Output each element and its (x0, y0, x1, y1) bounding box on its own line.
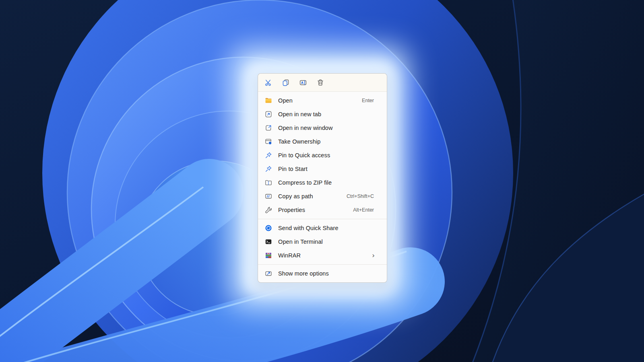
pin-icon (264, 165, 272, 173)
menu-item-label: Show more options (278, 270, 329, 277)
rename-button[interactable] (296, 76, 310, 89)
menu-item-shortcut: Ctrl+Shift+C (347, 193, 380, 199)
menu-group-primary: Open Enter Open in new tab (258, 92, 387, 219)
menu-item-label: WinRAR (278, 252, 301, 259)
trash-icon (316, 78, 324, 86)
menu-item-label: Copy as path (278, 193, 313, 200)
menu-item-send-with-quick-share[interactable]: Send with Quick Share (258, 221, 387, 235)
menu-item-properties[interactable]: Properties Alt+Enter (258, 203, 387, 217)
menu-group-apps: Send with Quick Share Open in Terminal (258, 219, 387, 264)
copy-icon (282, 78, 290, 86)
menu-item-show-more-options[interactable]: Show more options (258, 267, 387, 280)
menu-item-take-ownership[interactable]: Take Ownership (258, 135, 387, 148)
cut-button[interactable] (262, 76, 275, 89)
terminal-icon (264, 238, 272, 246)
copy-button[interactable] (279, 76, 293, 89)
menu-item-label: Pin to Quick access (278, 152, 330, 158)
delete-button[interactable] (314, 76, 327, 89)
menu-item-open-in-terminal[interactable]: Open in Terminal (258, 235, 387, 249)
menu-item-label: Pin to Start (278, 166, 308, 172)
menu-item-open[interactable]: Open Enter (258, 94, 387, 107)
menu-item-label: Open in new tab (278, 111, 321, 117)
menu-item-label: Properties (278, 207, 305, 213)
menu-item-open-in-new-tab[interactable]: Open in new tab (258, 107, 387, 121)
winrar-icon (264, 251, 272, 259)
open-new-tab-icon (264, 110, 272, 118)
menu-item-winrar[interactable]: WinRAR › (258, 249, 387, 262)
menu-item-label: Open in new window (278, 125, 333, 131)
quick-share-icon (264, 224, 272, 232)
quick-actions-toolbar (258, 74, 387, 92)
submenu-chevron-icon: › (372, 252, 380, 259)
menu-item-label: Take Ownership (278, 138, 320, 145)
open-new-window-icon (264, 124, 272, 132)
menu-item-pin-to-start[interactable]: Pin to Start (258, 162, 387, 176)
menu-item-shortcut: Enter (362, 98, 380, 103)
menu-item-shortcut: Alt+Enter (353, 207, 380, 213)
take-ownership-icon (264, 138, 272, 146)
scissors-icon (264, 78, 272, 86)
menu-item-copy-as-path[interactable]: Copy as path Ctrl+Shift+C (258, 189, 387, 203)
copy-path-icon (264, 192, 272, 200)
menu-item-compress-to-zip[interactable]: Compress to ZIP file (258, 176, 387, 189)
menu-item-label: Compress to ZIP file (278, 179, 332, 186)
desktop: Open Enter Open in new tab (0, 0, 644, 362)
folder-icon (264, 97, 272, 105)
zip-folder-icon (264, 179, 272, 187)
menu-item-label: Send with Quick Share (278, 225, 339, 231)
menu-group-more: Show more options (258, 265, 387, 282)
menu-item-label: Open (278, 97, 293, 104)
wrench-icon (264, 206, 272, 214)
rename-icon (299, 78, 307, 86)
menu-item-pin-to-quick-access[interactable]: Pin to Quick access (258, 148, 387, 162)
context-menu: Open Enter Open in new tab (258, 73, 387, 283)
menu-item-open-in-new-window[interactable]: Open in new window (258, 121, 387, 135)
pin-icon (264, 151, 272, 159)
show-more-options-icon (264, 269, 272, 278)
menu-item-label: Open in Terminal (278, 239, 323, 245)
